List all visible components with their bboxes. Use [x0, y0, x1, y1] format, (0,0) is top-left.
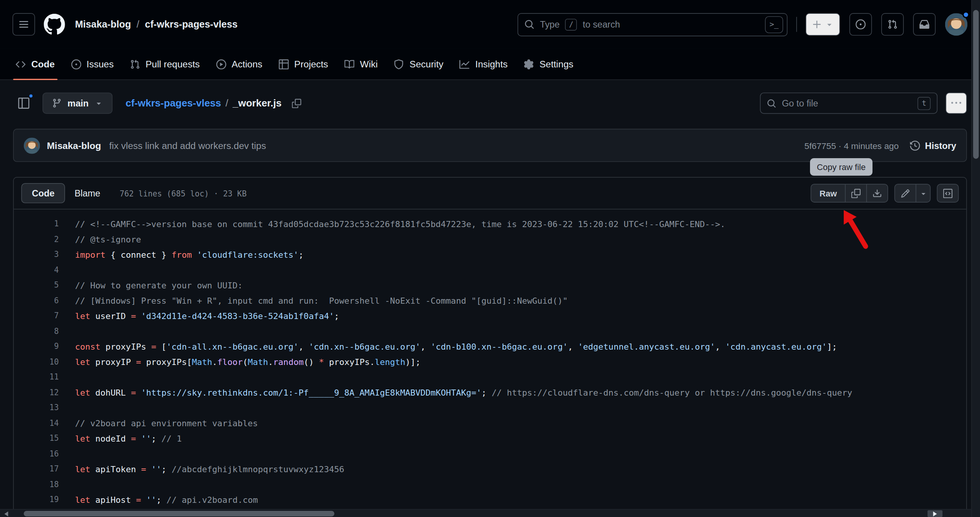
copy-raw-button[interactable] — [845, 184, 867, 203]
tab-code[interactable]: Code — [8, 49, 63, 79]
kebab-horizontal-icon — [951, 98, 961, 108]
sidebar-expand-icon — [18, 98, 29, 109]
line-number[interactable]: 7 — [14, 308, 59, 324]
symbols-panel-button[interactable] — [937, 184, 959, 203]
commit-sha-and-time[interactable]: 5f67755 · 4 minutes ago — [804, 141, 899, 151]
breadcrumb-owner-link[interactable]: Misaka-blog — [75, 19, 131, 30]
code-panel-header: Code Blame 762 lines (685 loc) · 23 KB R… — [14, 178, 966, 209]
horizontal-scrollbar[interactable] — [0, 509, 971, 517]
copy-path-button[interactable] — [288, 95, 305, 112]
copy-icon — [292, 98, 301, 108]
code-line: 1// <!--GAMFC-->version base on commit 4… — [14, 216, 966, 232]
history-label: History — [925, 141, 956, 151]
branch-selector-button[interactable]: main — [42, 93, 113, 114]
tab-label: Security — [410, 59, 443, 69]
code-panel: Code Blame 762 lines (685 loc) · 23 KB R… — [13, 177, 967, 517]
file-nav-row: main cf-wkrs-pages-vless / _worker.js — [13, 93, 967, 114]
scroll-right-button[interactable] — [928, 510, 942, 517]
tab-settings[interactable]: Settings — [516, 49, 581, 79]
table-icon — [279, 59, 289, 69]
global-search-input[interactable]: Type / to search >_ — [518, 13, 787, 36]
code-line: 2// @ts-ignore — [14, 232, 966, 247]
line-number[interactable]: 11 — [14, 370, 59, 385]
commit-author-avatar[interactable] — [24, 137, 40, 153]
go-to-file-placeholder: Go to file — [782, 98, 818, 108]
tab-actions[interactable]: Actions — [208, 49, 271, 79]
horizontal-scrollbar-thumb[interactable] — [24, 511, 334, 517]
search-icon — [524, 20, 534, 29]
line-number[interactable]: 3 — [14, 247, 59, 262]
code-line: 17let apiToken = ''; //abcdefghijklmnopq… — [14, 461, 966, 477]
line-number[interactable]: 10 — [14, 354, 59, 370]
code-square-icon — [943, 188, 952, 198]
file-tree-toggle-button[interactable] — [13, 93, 34, 114]
blame-view-tab[interactable]: Blame — [65, 183, 109, 203]
line-number[interactable]: 19 — [14, 492, 59, 507]
line-number[interactable]: 14 — [14, 416, 59, 431]
issues-header-button[interactable] — [849, 13, 872, 36]
search-placeholder-post: to search — [583, 20, 620, 29]
play-icon — [216, 59, 226, 69]
code-view-tab[interactable]: Code — [21, 183, 65, 203]
tab-wiki[interactable]: Wiki — [336, 49, 386, 79]
search-icon — [767, 98, 776, 108]
global-header: Misaka-blog / cf-wkrs-pages-vless Type /… — [0, 0, 980, 49]
breadcrumb-repo-root-link[interactable]: cf-wkrs-pages-vless — [126, 98, 221, 109]
tab-label: Insights — [475, 59, 508, 69]
tab-insights[interactable]: Insights — [452, 49, 516, 79]
line-number[interactable]: 4 — [14, 262, 59, 278]
edit-dropdown-button[interactable] — [916, 184, 931, 203]
line-number[interactable]: 9 — [14, 339, 59, 354]
file-breadcrumb: cf-wkrs-pages-vless / _worker.js — [126, 95, 305, 112]
history-link[interactable]: History — [910, 141, 956, 151]
code-line-text: let apiHost = ''; // api.v2board.com — [59, 492, 258, 507]
edit-file-button[interactable] — [894, 184, 916, 203]
code-line-text: const proxyIPs = ['cdn-all.xn--b6gac.eu.… — [59, 339, 837, 354]
tab-pull-requests[interactable]: Pull requests — [122, 49, 208, 79]
line-number[interactable]: 6 — [14, 293, 59, 308]
chevron-down-icon — [825, 20, 834, 29]
breadcrumb-separator: / — [221, 98, 233, 109]
download-icon — [872, 188, 882, 198]
vertical-scrollbar-thumb[interactable] — [973, 10, 979, 159]
tab-security[interactable]: Security — [386, 49, 452, 79]
copy-icon — [851, 188, 861, 198]
line-number[interactable]: 5 — [14, 278, 59, 293]
line-number[interactable]: 13 — [14, 400, 59, 416]
breadcrumb-repo-link[interactable]: cf-wkrs-pages-vless — [145, 19, 238, 30]
commit-author-link[interactable]: Misaka-blog — [47, 140, 101, 151]
line-number[interactable]: 15 — [14, 431, 59, 446]
code-line: 3import { connect } from 'cloudflare:soc… — [14, 247, 966, 262]
tab-issues[interactable]: Issues — [63, 49, 122, 79]
line-number[interactable]: 12 — [14, 385, 59, 400]
commit-message-link[interactable]: fix vless link and add workers.dev tips — [109, 140, 266, 151]
command-palette-button[interactable]: >_ — [765, 16, 783, 33]
more-options-button[interactable] — [946, 93, 967, 114]
line-number[interactable]: 8 — [14, 324, 59, 339]
user-avatar[interactable] — [945, 13, 968, 36]
download-raw-button[interactable] — [866, 184, 888, 203]
code-line-text: let proxyIP = proxyIPs[Math.floor(Math.r… — [59, 354, 420, 370]
github-logo-icon[interactable] — [44, 14, 65, 35]
line-number[interactable]: 16 — [14, 446, 59, 461]
vertical-scrollbar[interactable] — [971, 0, 980, 517]
line-number[interactable]: 18 — [14, 477, 59, 492]
tab-projects[interactable]: Projects — [271, 49, 336, 79]
go-to-file-input[interactable]: Go to file t — [760, 93, 938, 114]
line-number[interactable]: 2 — [14, 232, 59, 247]
tab-label: Pull requests — [145, 59, 200, 69]
create-new-button[interactable] — [805, 13, 840, 36]
header-divider — [796, 17, 797, 32]
inbox-header-button[interactable] — [913, 13, 936, 36]
code-line-text: // [Windows] Press "Win + R", input cmd … — [59, 293, 568, 308]
issue-opened-icon — [856, 20, 866, 29]
chevron-down-icon — [94, 99, 103, 108]
code-line-text — [59, 477, 80, 492]
raw-button[interactable]: Raw — [811, 184, 846, 203]
scroll-left-arrow-icon[interactable] — [4, 512, 8, 517]
pull-requests-header-button[interactable] — [881, 13, 904, 36]
code-line: 13 — [14, 400, 966, 416]
line-number[interactable]: 1 — [14, 216, 59, 232]
hamburger-menu-button[interactable] — [13, 13, 35, 36]
line-number[interactable]: 17 — [14, 461, 59, 477]
